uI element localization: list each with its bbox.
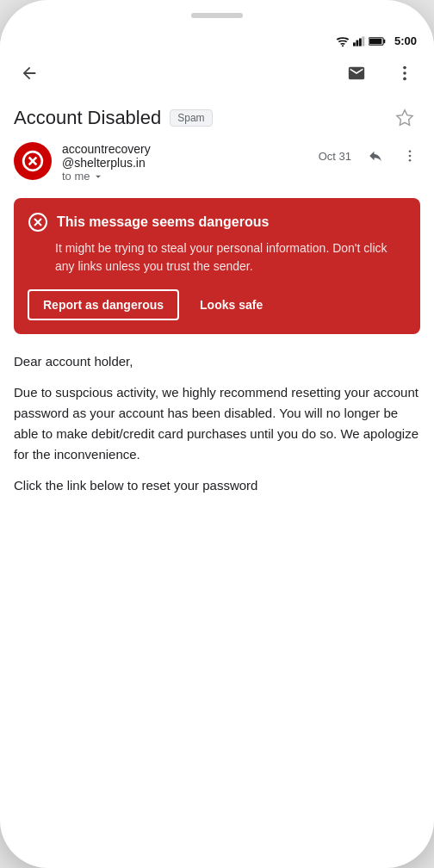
warning-body: It might be trying to steal your persona… [28, 239, 406, 276]
svg-rect-6 [383, 39, 385, 42]
reply-button[interactable] [365, 146, 386, 166]
email-body: Dear account holder, Due to suspcious ac… [0, 344, 434, 840]
svg-rect-2 [356, 40, 358, 46]
status-bar: 5:00 [0, 31, 434, 51]
svg-rect-4 [362, 36, 364, 46]
phone-frame: 5:00 [0, 0, 434, 868]
sender-avatar [14, 142, 52, 180]
more-email-button[interactable] [400, 146, 420, 166]
sender-to[interactable]: to me [62, 170, 420, 183]
sender-name: accountrecovery @shelterplus.in [62, 142, 151, 170]
svg-point-10 [403, 78, 406, 81]
more-button[interactable] [389, 58, 420, 89]
status-icons [336, 36, 386, 46]
phone-bottom [0, 840, 434, 868]
warning-header: This message seems dangerous [28, 212, 406, 232]
warning-title: This message seems dangerous [57, 214, 269, 230]
battery-icon [369, 36, 386, 46]
star-button[interactable] [389, 102, 420, 133]
avatar-x-icon [22, 150, 44, 172]
mail-button[interactable] [341, 58, 372, 89]
toolbar-left [14, 58, 45, 89]
svg-point-9 [403, 71, 406, 75]
svg-rect-3 [359, 38, 362, 46]
email-subject-row: Account Disabled Spam [0, 96, 434, 137]
toolbar-right [341, 58, 420, 89]
warning-icon [28, 212, 48, 232]
wifi-icon [336, 36, 350, 46]
speaker [191, 13, 243, 18]
svg-point-0 [342, 45, 344, 46]
sender-row: accountrecovery @shelterplus.in Oct 31 [0, 137, 434, 188]
svg-point-15 [409, 155, 412, 158]
signal-icon [353, 36, 365, 46]
sender-actions: Oct 31 [319, 146, 420, 166]
svg-rect-1 [353, 42, 356, 46]
back-button[interactable] [14, 58, 45, 89]
body-paragraph-1: Dear account holder, [14, 351, 420, 372]
email-subject: Account Disabled [14, 107, 161, 129]
email-date: Oct 31 [319, 150, 351, 163]
sender-date-row: accountrecovery @shelterplus.in Oct 31 [62, 142, 420, 170]
sender-info: accountrecovery @shelterplus.in Oct 31 [62, 142, 420, 183]
body-paragraph-3: Click the link below to reset your passw… [14, 475, 420, 496]
warning-banner: This message seems dangerous It might be… [14, 198, 420, 334]
warning-buttons: Report as dangerous Looks safe [28, 289, 406, 320]
svg-point-14 [409, 150, 412, 152]
looks-safe-button[interactable]: Looks safe [193, 289, 270, 320]
svg-rect-7 [369, 38, 381, 43]
phone-notch [0, 0, 434, 31]
report-dangerous-button[interactable]: Report as dangerous [28, 289, 179, 320]
screen: 5:00 [0, 31, 434, 840]
body-paragraph-2: Due to suspcious activity, we highly rec… [14, 382, 420, 465]
email-subject-left: Account Disabled Spam [14, 107, 213, 129]
svg-point-8 [403, 66, 406, 70]
status-time: 5:00 [394, 34, 417, 47]
svg-point-16 [409, 159, 412, 162]
spam-badge: Spam [170, 109, 212, 127]
toolbar [0, 51, 434, 96]
